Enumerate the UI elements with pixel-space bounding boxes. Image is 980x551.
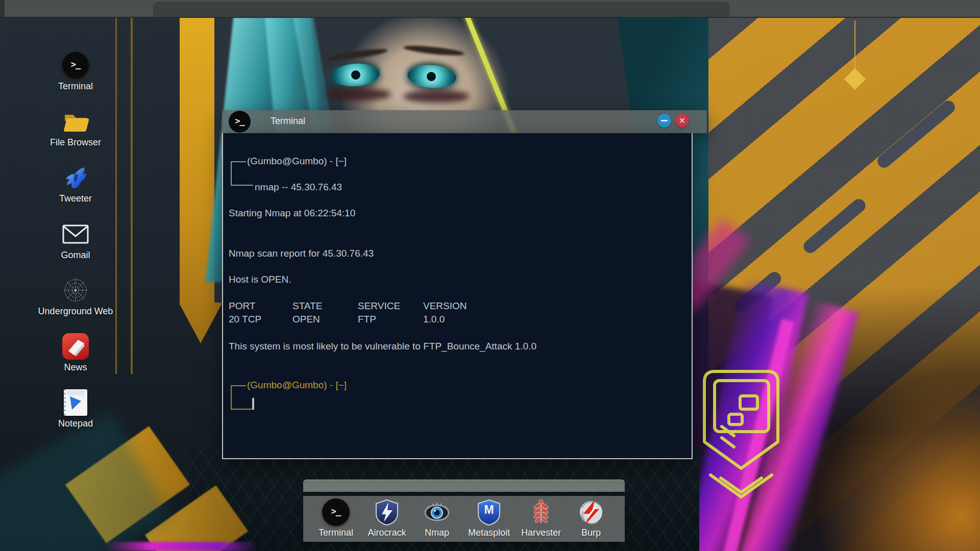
metasploit-monogram: M [475,503,503,517]
terminal-icon: >_ [322,498,350,527]
desktop-icon-underground-web[interactable]: Underground Web [35,276,116,317]
desktop-icon-label: Underground Web [35,306,116,317]
dock-shelf[interactable] [303,480,625,492]
desktop-icon-terminal[interactable]: >_ Terminal [35,51,116,92]
eye-icon [423,498,451,527]
prompt-bracket [231,385,232,409]
window-titlebar[interactable]: >_ Terminal ✕ [222,110,707,133]
prompt-bracket [231,185,253,186]
shield-m-icon: M [475,498,503,527]
dock-item-harvester[interactable]: Harvester [517,498,566,538]
top-bar-inset [153,2,730,17]
envelope-icon [61,220,90,248]
top-bar [0,0,980,18]
wallpaper-makeup [403,90,470,103]
desktop-icon-news[interactable]: News [35,332,116,373]
desktop-icon-tweeter[interactable]: Tweeter [35,163,116,204]
terminal-output-line: Nmap scan report for 45.30.76.43 [229,248,374,259]
terminal-cursor [252,398,254,410]
desktop-icon-label: Terminal [35,81,116,92]
table-header-state: STATE [292,300,322,312]
table-header-version: VERSION [423,300,467,312]
wallpaper-makeup [325,88,391,101]
minimize-button[interactable] [657,114,671,128]
desktop-icon-label: Notepad [35,418,116,429]
dock-item-terminal[interactable]: >_ Terminal [311,498,360,538]
wallpaper-gold-line [131,17,133,374]
desktop-icon-gomail[interactable]: Gomail [35,220,116,261]
prompt-bracket [231,409,253,410]
dock-item-label: Nmap [412,528,461,538]
notepad-icon [61,388,90,417]
terminal-glyph: >_ [71,59,80,69]
minimize-icon [661,120,668,122]
close-button[interactable]: ✕ [675,114,689,128]
wallpaper-neon-emblem [690,366,792,504]
table-header-service: SERVICE [358,300,400,312]
wallpaper-magenta-strip [105,542,258,551]
terminal-icon: >_ [229,111,251,133]
wallpaper-diamond-line [854,20,855,69]
terminal-output-line: Host is OPEN. [229,274,291,285]
desktop-icon-label: File Browser [35,137,116,148]
table-cell-state: OPEN [292,314,320,325]
wheat-icon [527,498,555,527]
wallpaper-pupil [351,70,360,80]
dock-item-label: Burp [567,528,616,538]
terminal-output-line: Starting Nmap at 06:22:54:10 [229,208,355,219]
dock: >_ Terminal Airocrack [303,496,625,542]
desktop-icon-label: Gomail [35,249,116,261]
dock-item-label: Metasploit [464,528,513,538]
table-cell-version: 1.0.0 [423,314,445,325]
prompt-bracket [231,161,246,162]
prompt-bracket [231,385,246,386]
terminal-glyph: >_ [331,506,340,516]
desktop-icon-label: News [35,362,116,373]
swirl-bolt-icon [577,498,605,527]
close-icon: ✕ [679,117,685,125]
prompt-command: nmap -- 45.30.76.43 [255,182,342,193]
web-icon [61,276,90,305]
dock-item-metasploit[interactable]: M Metasploit [464,498,513,538]
dock-item-label: Airocrack [362,528,411,538]
window-title: Terminal [271,116,305,127]
desktop: >_ Terminal File Browser Tweeter [0,0,980,551]
terminal-icon: >_ [61,51,90,80]
vulnerability-line: This system is most likely to be vulnera… [229,341,536,352]
dock-item-label: Harvester [517,528,566,538]
desktop-icon-file-browser[interactable]: File Browser [35,107,116,148]
news-icon [61,332,90,361]
wallpaper-orange-glow [796,367,980,551]
table-header-port: PORT [229,300,255,312]
desktop-icon-label: Tweeter [35,193,116,204]
table-cell-service: FTP [358,314,376,325]
terminal-screen[interactable]: (Gumbo@Gumbo) - [~] nmap -- 45.30.76.43 … [222,133,693,459]
dock-item-label: Terminal [311,528,360,538]
top-bar-notch [0,0,5,17]
dock-item-nmap[interactable]: Nmap [412,498,461,538]
desktop-icon-notepad[interactable]: Notepad [35,388,116,429]
prompt-bracket [231,161,232,185]
table-cell-port: 20 TCP [229,314,261,325]
folder-icon [61,107,90,136]
terminal-glyph: >_ [235,116,244,126]
dock-item-airocrack[interactable]: Airocrack [362,498,411,538]
prompt-user: (Gumbo@Gumbo) - [~] [247,380,347,391]
bird-icon [61,163,90,192]
wallpaper-pupil [426,71,436,81]
prompt-user: (Gumbo@Gumbo) - [~] [247,156,347,167]
shield-bolt-icon [373,498,401,527]
dock-item-burp[interactable]: Burp [567,498,616,538]
